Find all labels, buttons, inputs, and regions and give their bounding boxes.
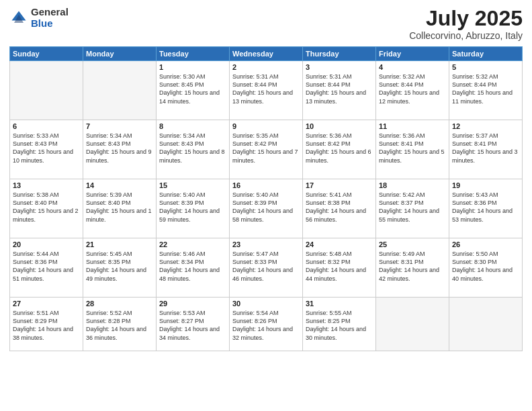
- day-number: 21: [86, 240, 153, 248]
- calendar-cell: 21Sunrise: 5:45 AMSunset: 8:35 PMDayligh…: [83, 238, 157, 298]
- day-info: Sunrise: 5:40 AMSunset: 8:39 PMDaylight:…: [232, 191, 300, 224]
- calendar-cell: 16Sunrise: 5:40 AMSunset: 8:39 PMDayligh…: [230, 179, 303, 238]
- day-number: 26: [452, 240, 519, 248]
- calendar-cell: 31Sunrise: 5:55 AMSunset: 8:25 PMDayligh…: [303, 298, 376, 351]
- calendar-cell: 20Sunrise: 5:44 AMSunset: 8:36 PMDayligh…: [10, 238, 83, 298]
- day-info: Sunrise: 5:34 AMSunset: 8:43 PMDaylight:…: [159, 132, 226, 165]
- day-info: Sunrise: 5:37 AMSunset: 8:41 PMDaylight:…: [452, 132, 519, 165]
- calendar-cell: [376, 298, 449, 351]
- logo-blue: Blue: [31, 18, 69, 30]
- location-title: Collecorvino, Abruzzo, Italy: [409, 30, 523, 41]
- calendar-cell: 3Sunrise: 5:31 AMSunset: 8:44 PMDaylight…: [303, 61, 376, 120]
- day-number: 31: [306, 300, 373, 308]
- day-info: Sunrise: 5:38 AMSunset: 8:40 PMDaylight:…: [13, 191, 80, 224]
- day-number: 29: [159, 300, 226, 308]
- calendar-cell: [83, 61, 157, 120]
- page: General Blue July 2025 Collecorvino, Abr…: [0, 0, 532, 411]
- calendar-cell: 2Sunrise: 5:31 AMSunset: 8:44 PMDaylight…: [230, 61, 303, 120]
- logo-icon: [9, 9, 28, 28]
- day-info: Sunrise: 5:32 AMSunset: 8:44 PMDaylight:…: [452, 73, 519, 105]
- calendar-cell: 26Sunrise: 5:50 AMSunset: 8:30 PMDayligh…: [449, 238, 523, 298]
- calendar-cell: 29Sunrise: 5:53 AMSunset: 8:27 PMDayligh…: [157, 298, 230, 351]
- day-number: 17: [306, 181, 373, 189]
- day-number: 3: [306, 63, 373, 71]
- calendar-cell: 4Sunrise: 5:32 AMSunset: 8:44 PMDaylight…: [376, 61, 449, 120]
- calendar-week-row: 13Sunrise: 5:38 AMSunset: 8:40 PMDayligh…: [10, 179, 523, 238]
- month-title: July 2025: [409, 7, 523, 30]
- day-info: Sunrise: 5:36 AMSunset: 8:41 PMDaylight:…: [379, 132, 446, 165]
- day-number: 24: [306, 240, 373, 248]
- logo: General Blue: [9, 7, 69, 29]
- day-number: 18: [379, 181, 446, 189]
- calendar-cell: 24Sunrise: 5:48 AMSunset: 8:32 PMDayligh…: [303, 238, 376, 298]
- weekday-header: Thursday: [303, 47, 376, 61]
- day-number: 5: [452, 63, 519, 71]
- day-info: Sunrise: 5:43 AMSunset: 8:36 PMDaylight:…: [452, 191, 519, 224]
- calendar-cell: 7Sunrise: 5:34 AMSunset: 8:43 PMDaylight…: [83, 120, 157, 179]
- day-number: 11: [379, 122, 446, 130]
- day-info: Sunrise: 5:44 AMSunset: 8:36 PMDaylight:…: [13, 250, 80, 283]
- weekday-header: Saturday: [449, 47, 523, 61]
- calendar-cell: 15Sunrise: 5:40 AMSunset: 8:39 PMDayligh…: [157, 179, 230, 238]
- day-number: 14: [86, 181, 153, 189]
- calendar-cell: 8Sunrise: 5:34 AMSunset: 8:43 PMDaylight…: [157, 120, 230, 179]
- day-info: Sunrise: 5:45 AMSunset: 8:35 PMDaylight:…: [86, 250, 153, 283]
- day-info: Sunrise: 5:42 AMSunset: 8:37 PMDaylight:…: [379, 191, 446, 224]
- day-number: 25: [379, 240, 446, 248]
- day-info: Sunrise: 5:48 AMSunset: 8:32 PMDaylight:…: [306, 250, 373, 283]
- day-number: 22: [159, 240, 226, 248]
- calendar-cell: 1Sunrise: 5:30 AMSunset: 8:45 PMDaylight…: [157, 61, 230, 120]
- calendar-cell: 13Sunrise: 5:38 AMSunset: 8:40 PMDayligh…: [10, 179, 83, 238]
- calendar-cell: 28Sunrise: 5:52 AMSunset: 8:28 PMDayligh…: [83, 298, 157, 351]
- calendar-cell: 12Sunrise: 5:37 AMSunset: 8:41 PMDayligh…: [449, 120, 523, 179]
- day-number: 19: [452, 181, 519, 189]
- calendar-cell: [10, 61, 83, 120]
- day-info: Sunrise: 5:47 AMSunset: 8:33 PMDaylight:…: [232, 250, 300, 283]
- day-info: Sunrise: 5:40 AMSunset: 8:39 PMDaylight:…: [159, 191, 226, 224]
- day-number: 7: [86, 122, 153, 130]
- calendar-week-row: 20Sunrise: 5:44 AMSunset: 8:36 PMDayligh…: [10, 238, 523, 298]
- calendar-cell: 18Sunrise: 5:42 AMSunset: 8:37 PMDayligh…: [376, 179, 449, 238]
- calendar-cell: 25Sunrise: 5:49 AMSunset: 8:31 PMDayligh…: [376, 238, 449, 298]
- day-number: 4: [379, 63, 446, 71]
- title-block: July 2025 Collecorvino, Abruzzo, Italy: [409, 7, 523, 41]
- weekday-header: Sunday: [10, 47, 83, 61]
- day-number: 1: [159, 63, 226, 71]
- header: General Blue July 2025 Collecorvino, Abr…: [9, 7, 523, 41]
- logo-text: General Blue: [31, 7, 69, 29]
- calendar-cell: 22Sunrise: 5:46 AMSunset: 8:34 PMDayligh…: [157, 238, 230, 298]
- calendar-cell: 27Sunrise: 5:51 AMSunset: 8:29 PMDayligh…: [10, 298, 83, 351]
- day-number: 13: [13, 181, 80, 189]
- calendar-cell: 19Sunrise: 5:43 AMSunset: 8:36 PMDayligh…: [449, 179, 523, 238]
- calendar: SundayMondayTuesdayWednesdayThursdayFrid…: [9, 46, 523, 351]
- day-info: Sunrise: 5:32 AMSunset: 8:44 PMDaylight:…: [379, 73, 446, 105]
- day-info: Sunrise: 5:41 AMSunset: 8:38 PMDaylight:…: [306, 191, 373, 224]
- weekday-header: Tuesday: [157, 47, 230, 61]
- day-number: 28: [86, 300, 153, 308]
- calendar-cell: 23Sunrise: 5:47 AMSunset: 8:33 PMDayligh…: [230, 238, 303, 298]
- calendar-cell: 9Sunrise: 5:35 AMSunset: 8:42 PMDaylight…: [230, 120, 303, 179]
- day-info: Sunrise: 5:35 AMSunset: 8:42 PMDaylight:…: [232, 132, 300, 165]
- calendar-cell: 14Sunrise: 5:39 AMSunset: 8:40 PMDayligh…: [83, 179, 157, 238]
- day-number: 15: [159, 181, 226, 189]
- day-info: Sunrise: 5:33 AMSunset: 8:43 PMDaylight:…: [13, 132, 80, 165]
- calendar-cell: 17Sunrise: 5:41 AMSunset: 8:38 PMDayligh…: [303, 179, 376, 238]
- day-number: 30: [232, 300, 300, 308]
- day-number: 12: [452, 122, 519, 130]
- day-info: Sunrise: 5:31 AMSunset: 8:44 PMDaylight:…: [306, 73, 373, 105]
- day-number: 9: [232, 122, 300, 130]
- day-info: Sunrise: 5:49 AMSunset: 8:31 PMDaylight:…: [379, 250, 446, 283]
- day-info: Sunrise: 5:51 AMSunset: 8:29 PMDaylight:…: [13, 309, 80, 342]
- weekday-header-row: SundayMondayTuesdayWednesdayThursdayFrid…: [10, 47, 523, 61]
- day-info: Sunrise: 5:31 AMSunset: 8:44 PMDaylight:…: [232, 73, 300, 105]
- day-info: Sunrise: 5:39 AMSunset: 8:40 PMDaylight:…: [86, 191, 153, 224]
- day-info: Sunrise: 5:34 AMSunset: 8:43 PMDaylight:…: [86, 132, 153, 165]
- day-number: 27: [13, 300, 80, 308]
- calendar-cell: 10Sunrise: 5:36 AMSunset: 8:42 PMDayligh…: [303, 120, 376, 179]
- day-info: Sunrise: 5:50 AMSunset: 8:30 PMDaylight:…: [452, 250, 519, 283]
- calendar-week-row: 6Sunrise: 5:33 AMSunset: 8:43 PMDaylight…: [10, 120, 523, 179]
- calendar-week-row: 1Sunrise: 5:30 AMSunset: 8:45 PMDaylight…: [10, 61, 523, 120]
- day-number: 6: [13, 122, 80, 130]
- weekday-header: Monday: [83, 47, 157, 61]
- calendar-cell: [449, 298, 523, 351]
